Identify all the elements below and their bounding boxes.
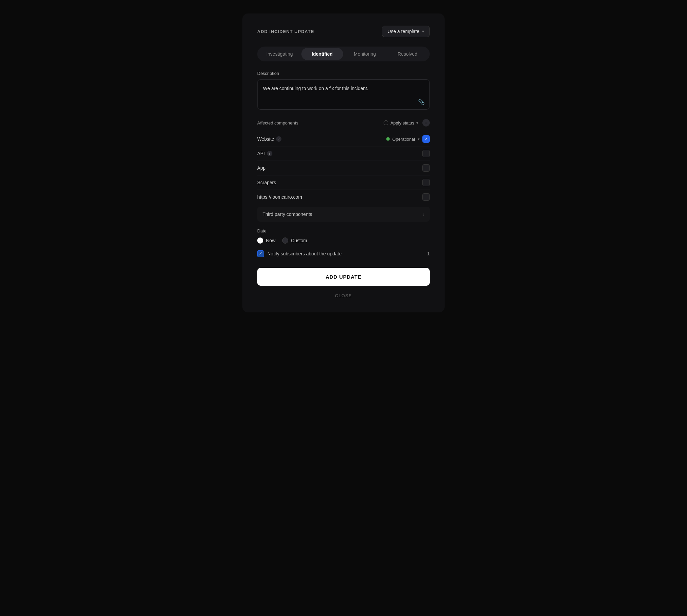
component-row-scrapers: Scrapers [257,175,430,190]
close-button[interactable]: CLOSE [257,291,430,300]
template-btn-label: Use a template [388,29,419,34]
third-party-row[interactable]: Third party components › [257,207,430,222]
status-dot-website [386,137,390,141]
info-icon-website[interactable]: i [276,136,281,142]
third-party-label: Third party components [262,212,312,217]
tab-monitoring[interactable]: Monitoring [344,48,386,60]
tab-resolved[interactable]: Resolved [387,48,429,60]
description-text: We are continuing to work on a fix for t… [263,85,424,92]
operational-status-website: Operational [392,137,415,142]
component-name-app: App [257,165,266,171]
checkbox-loomcairo[interactable] [422,193,430,201]
checkbox-api[interactable] [422,150,430,157]
loomcairo-right [422,193,430,201]
status-tabs: Investigating Identified Monitoring Reso… [257,47,430,61]
notify-left: Notify subscribers about the update [257,250,342,257]
apply-status-chevron-icon: ▾ [416,121,418,125]
remove-button[interactable]: − [422,119,430,127]
tab-identified[interactable]: Identified [301,48,344,60]
subscriber-count: 1 [427,251,430,257]
component-name-scrapers: Scrapers [257,180,276,185]
template-chevron-icon: ▾ [422,29,424,34]
use-template-button[interactable]: Use a template ▾ [382,26,430,37]
checkbox-scrapers[interactable] [422,179,430,186]
third-party-chevron-icon: › [423,212,425,217]
radio-label-custom: Custom [291,238,307,243]
date-label: Date [257,228,430,234]
api-right [422,150,430,157]
modal-header: ADD INCIDENT UPDATE Use a template ▾ [257,26,430,37]
apply-status-label: Apply status [390,120,414,126]
radio-label-now: Now [266,238,275,243]
app-right [422,164,430,172]
description-label: Description [257,71,430,76]
checkbox-website[interactable] [422,135,430,143]
component-name-website: Website i [257,136,281,142]
component-name-loomcairo: https://loomcairo.com [257,194,302,200]
date-option-custom[interactable]: Custom [282,238,307,244]
description-box[interactable]: We are continuing to work on a fix for t… [257,79,430,110]
modal-container: ADD INCIDENT UPDATE Use a template ▾ Inv… [243,14,444,312]
component-row-app: App [257,161,430,175]
component-name-api: API i [257,151,272,156]
add-update-button[interactable]: ADD UPDATE [257,268,430,286]
affected-components-label: Affected components [257,120,298,126]
info-icon-api[interactable]: i [267,151,272,156]
notify-checkbox[interactable] [257,250,264,257]
checkbox-app[interactable] [422,164,430,172]
components-header: Affected components Apply status ▾ − [257,119,430,127]
components-list: Website i Operational ▾ API i [257,132,430,204]
tab-investigating[interactable]: Investigating [258,48,301,60]
attachment-icon[interactable]: 📎 [418,99,425,105]
component-row-loomcairo: https://loomcairo.com [257,190,430,204]
modal-title: ADD INCIDENT UPDATE [257,29,314,34]
date-option-now[interactable]: Now [257,238,275,244]
apply-status-circle-icon [384,120,388,125]
date-section: Date Now Custom [257,228,430,244]
apply-status-button[interactable]: Apply status ▾ [384,120,418,126]
affected-components-section: Affected components Apply status ▾ − Web… [257,119,430,222]
scrapers-right [422,179,430,186]
date-radio-group: Now Custom [257,238,430,244]
component-row-api: API i [257,147,430,161]
component-row-website: Website i Operational ▾ [257,132,430,147]
notify-text: Notify subscribers about the update [267,251,342,257]
radio-dot-custom [282,238,288,244]
operational-chevron-website[interactable]: ▾ [418,137,420,141]
notify-row: Notify subscribers about the update 1 [257,250,430,257]
website-right: Operational ▾ [386,135,430,143]
description-field: Description We are continuing to work on… [257,71,430,110]
radio-dot-now [257,238,263,244]
